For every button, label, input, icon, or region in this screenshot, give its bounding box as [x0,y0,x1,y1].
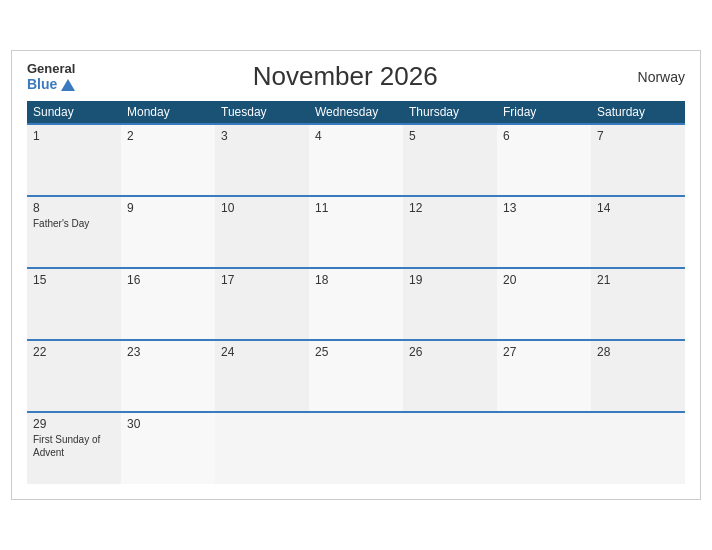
logo-blue-text: Blue [27,76,75,93]
calendar-day-cell: 29First Sunday of Advent [27,412,121,484]
day-number: 12 [409,201,491,215]
day-number: 14 [597,201,679,215]
day-number: 18 [315,273,397,287]
calendar-week-row: 8Father's Day91011121314 [27,196,685,268]
day-number: 5 [409,129,491,143]
day-number: 28 [597,345,679,359]
day-number: 29 [33,417,115,431]
logo: General Blue [27,61,75,93]
calendar-week-row: 29First Sunday of Advent30 [27,412,685,484]
calendar-day-cell: 26 [403,340,497,412]
calendar-day-cell: 30 [121,412,215,484]
day-number: 13 [503,201,585,215]
calendar-day-cell: 16 [121,268,215,340]
calendar-day-cell: 19 [403,268,497,340]
calendar-day-cell: 2 [121,124,215,196]
header-tuesday: Tuesday [215,101,309,124]
country-label: Norway [615,69,685,85]
calendar-day-cell: 3 [215,124,309,196]
event-label: First Sunday of Advent [33,433,115,459]
calendar-day-cell: 27 [497,340,591,412]
calendar-day-cell: 11 [309,196,403,268]
day-number: 26 [409,345,491,359]
calendar-day-cell: 25 [309,340,403,412]
day-number: 25 [315,345,397,359]
calendar-day-cell: 15 [27,268,121,340]
calendar-week-row: 1234567 [27,124,685,196]
header-sunday: Sunday [27,101,121,124]
day-number: 19 [409,273,491,287]
calendar-day-cell: 14 [591,196,685,268]
calendar-container: General Blue November 2026 Norway Sunday… [11,50,701,500]
header-saturday: Saturday [591,101,685,124]
calendar-day-cell [497,412,591,484]
calendar-header: General Blue November 2026 Norway [27,61,685,93]
calendar-week-row: 22232425262728 [27,340,685,412]
calendar-day-cell: 9 [121,196,215,268]
calendar-day-cell: 18 [309,268,403,340]
day-number: 30 [127,417,209,431]
day-number: 8 [33,201,115,215]
calendar-day-cell: 28 [591,340,685,412]
day-number: 24 [221,345,303,359]
day-number: 17 [221,273,303,287]
calendar-day-cell: 6 [497,124,591,196]
calendar-day-cell: 23 [121,340,215,412]
day-number: 27 [503,345,585,359]
header-monday: Monday [121,101,215,124]
calendar-day-cell: 4 [309,124,403,196]
calendar-day-cell: 8Father's Day [27,196,121,268]
header-friday: Friday [497,101,591,124]
calendar-body: 12345678Father's Day91011121314151617181… [27,124,685,484]
day-number: 4 [315,129,397,143]
calendar-day-cell: 13 [497,196,591,268]
logo-triangle-icon [61,79,75,91]
calendar-day-cell: 24 [215,340,309,412]
calendar-day-cell [309,412,403,484]
header-wednesday: Wednesday [309,101,403,124]
calendar-day-cell [215,412,309,484]
day-number: 10 [221,201,303,215]
day-number: 15 [33,273,115,287]
calendar-week-row: 15161718192021 [27,268,685,340]
logo-general-text: General [27,61,75,77]
day-number: 21 [597,273,679,287]
weekday-header-row: Sunday Monday Tuesday Wednesday Thursday… [27,101,685,124]
day-number: 22 [33,345,115,359]
calendar-day-cell: 20 [497,268,591,340]
calendar-day-cell: 22 [27,340,121,412]
calendar-day-cell: 7 [591,124,685,196]
day-number: 9 [127,201,209,215]
day-number: 7 [597,129,679,143]
header-thursday: Thursday [403,101,497,124]
day-number: 2 [127,129,209,143]
day-number: 1 [33,129,115,143]
calendar-title: November 2026 [75,61,615,92]
day-number: 16 [127,273,209,287]
calendar-table: Sunday Monday Tuesday Wednesday Thursday… [27,101,685,484]
day-number: 3 [221,129,303,143]
calendar-day-cell: 17 [215,268,309,340]
calendar-day-cell: 1 [27,124,121,196]
calendar-day-cell [403,412,497,484]
day-number: 11 [315,201,397,215]
calendar-day-cell: 21 [591,268,685,340]
day-number: 6 [503,129,585,143]
calendar-day-cell: 10 [215,196,309,268]
calendar-day-cell: 5 [403,124,497,196]
calendar-day-cell [591,412,685,484]
event-label: Father's Day [33,217,115,230]
day-number: 23 [127,345,209,359]
calendar-day-cell: 12 [403,196,497,268]
day-number: 20 [503,273,585,287]
